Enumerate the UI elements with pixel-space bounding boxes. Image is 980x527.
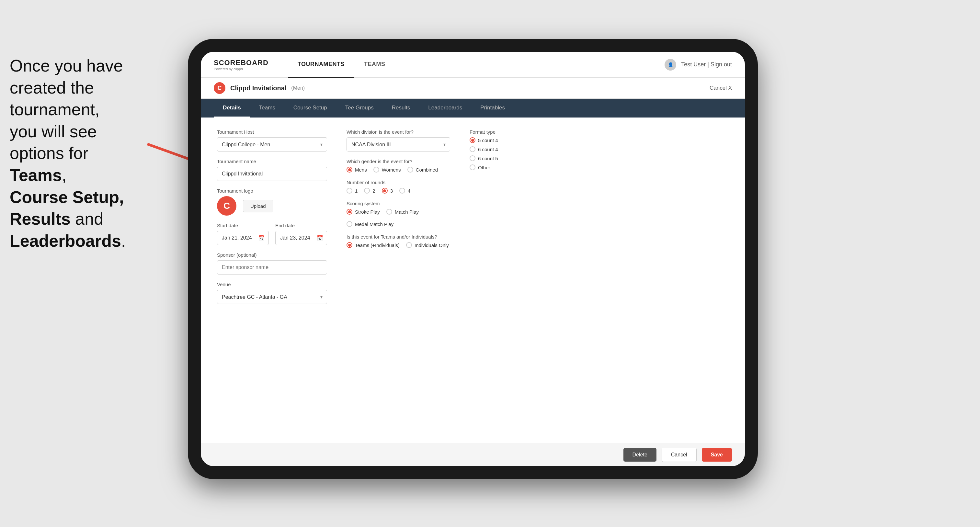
end-date-label: End date: [275, 223, 327, 228]
format-6count5-radio[interactable]: [469, 156, 476, 161]
rounds-options: 1 2 3 4: [347, 188, 450, 194]
scoring-medal-radio[interactable]: [347, 221, 352, 227]
instruction-bold2: Course Setup,: [10, 188, 124, 206]
tab-printables[interactable]: Printables: [471, 99, 514, 117]
instruction-line1: Once you have: [10, 56, 123, 75]
tournament-header: C Clippd Invitational (Men) Cancel X: [201, 78, 745, 99]
format-type-label: Format type: [469, 129, 567, 135]
user-text[interactable]: Test User | Sign out: [681, 61, 732, 68]
tab-bar: Details Teams Course Setup Tee Groups Re…: [201, 99, 745, 117]
instruction-line5: options for: [10, 144, 88, 162]
instruction-line3: tournament,: [10, 100, 100, 119]
end-date-wrapper: [275, 231, 327, 245]
scoring-match-play[interactable]: Match Play: [387, 209, 419, 214]
format-5count4[interactable]: 5 count 4: [469, 137, 567, 143]
logo-text: SCOREBOARD: [214, 59, 269, 67]
rounds-label: Number of rounds: [347, 179, 450, 185]
sponsor-input[interactable]: [217, 260, 327, 275]
venue-select-wrapper: Peachtree GC - Atlanta - GA: [217, 290, 327, 304]
rounds-2-radio[interactable]: [364, 188, 370, 194]
tournament-logo-label: Tournament logo: [217, 188, 327, 194]
form-layout: Tournament Host Clippd College - Men Tou…: [217, 129, 729, 304]
tournament-tag: (Men): [291, 85, 305, 91]
gender-combined-radio[interactable]: [407, 167, 413, 173]
sponsor-group: Sponsor (optional): [217, 252, 327, 275]
venue-group: Venue Peachtree GC - Atlanta - GA: [217, 282, 327, 304]
instruction-line2: created the: [10, 78, 94, 97]
individuals-only-radio[interactable]: [406, 242, 412, 248]
user-area: 👤 Test User | Sign out: [665, 59, 732, 71]
tab-results[interactable]: Results: [383, 99, 419, 117]
tournament-logo-group: Tournament logo C Upload: [217, 188, 327, 216]
date-row: Start date End date: [217, 223, 327, 245]
rounds-1-radio[interactable]: [347, 188, 352, 194]
tournament-name-group: Tournament name: [217, 159, 327, 181]
start-date-group: Start date: [217, 223, 269, 245]
tab-leaderboards[interactable]: Leaderboards: [419, 99, 471, 117]
format-other[interactable]: Other: [469, 164, 567, 170]
gender-mens-radio[interactable]: [347, 167, 352, 173]
instruction-bold4: Leaderboards: [10, 232, 121, 250]
tablet-screen: SCOREBOARD Powered by clippd TOURNAMENTS…: [201, 52, 745, 466]
delete-button[interactable]: Delete: [624, 448, 657, 462]
venue-select[interactable]: Peachtree GC - Atlanta - GA: [217, 290, 327, 304]
nav-item-tournaments[interactable]: TOURNAMENTS: [288, 52, 354, 78]
format-type-group: Format type 5 count 4 6 count 4: [469, 129, 567, 170]
tournament-host-select[interactable]: Clippd College - Men: [217, 137, 327, 151]
gender-womens-radio[interactable]: [374, 167, 379, 173]
rounds-4[interactable]: 4: [399, 188, 410, 194]
format-other-radio[interactable]: [469, 164, 476, 170]
sponsor-label: Sponsor (optional): [217, 252, 327, 258]
scoring-label: Scoring system: [347, 201, 450, 206]
scoring-stroke-radio[interactable]: [347, 209, 352, 214]
gender-womens[interactable]: Womens: [374, 167, 401, 173]
scoring-stroke-play[interactable]: Stroke Play: [347, 209, 380, 214]
rounds-4-radio[interactable]: [399, 188, 405, 194]
gender-combined[interactable]: Combined: [407, 167, 438, 173]
gender-group: Which gender is the event for? Mens Wome…: [347, 159, 450, 173]
rounds-1[interactable]: 1: [347, 188, 358, 194]
rounds-2[interactable]: 2: [364, 188, 375, 194]
format-5count4-radio[interactable]: [469, 137, 476, 143]
scoring-group: Scoring system Stroke Play Match Play: [347, 201, 450, 227]
rounds-3[interactable]: 3: [382, 188, 393, 194]
instruction-text: Once you have created the tournament, yo…: [0, 49, 162, 258]
user-avatar: 👤: [665, 59, 676, 71]
rounds-3-radio[interactable]: [382, 188, 388, 194]
tournament-host-select-wrapper: Clippd College - Men: [217, 137, 327, 151]
cancel-button[interactable]: Cancel: [662, 448, 697, 462]
scoring-medal-match[interactable]: Medal Match Play: [347, 221, 393, 227]
division-select[interactable]: NCAA Division III: [347, 137, 450, 151]
instruction-line4: you will see: [10, 122, 97, 141]
save-button[interactable]: Save: [702, 448, 732, 462]
cancel-top-button[interactable]: Cancel X: [710, 85, 732, 91]
nav-item-teams[interactable]: TEAMS: [354, 52, 395, 78]
tournament-icon: C: [214, 82, 225, 94]
logo-area: SCOREBOARD Powered by clippd: [214, 59, 269, 71]
format-6count4[interactable]: 6 count 4: [469, 146, 567, 152]
division-group: Which division is the event for? NCAA Di…: [347, 129, 450, 151]
teams-individuals-label: Is this event for Teams and/or Individua…: [347, 234, 450, 240]
upload-logo-button[interactable]: Upload: [243, 200, 273, 212]
format-6count5[interactable]: 6 count 5: [469, 156, 567, 161]
division-label: Which division is the event for?: [347, 129, 450, 135]
start-date-wrapper: [217, 231, 269, 245]
teams-plus-radio[interactable]: [347, 242, 352, 248]
scoring-match-radio[interactable]: [387, 209, 392, 214]
tab-teams[interactable]: Teams: [250, 99, 284, 117]
format-6count4-radio[interactable]: [469, 146, 476, 152]
teams-plus-individuals[interactable]: Teams (+Individuals): [347, 242, 399, 248]
tab-details[interactable]: Details: [214, 99, 250, 117]
tournament-name-input[interactable]: [217, 167, 327, 181]
tab-tee-groups[interactable]: Tee Groups: [336, 99, 383, 117]
gender-mens[interactable]: Mens: [347, 167, 367, 173]
tab-course-setup[interactable]: Course Setup: [284, 99, 336, 117]
start-date-input[interactable]: [217, 231, 269, 245]
gender-label: Which gender is the event for?: [347, 159, 450, 164]
form-middle-section: Which division is the event for? NCAA Di…: [347, 129, 450, 304]
individuals-only[interactable]: Individuals Only: [406, 242, 449, 248]
end-date-input[interactable]: [275, 231, 327, 245]
teams-options: Teams (+Individuals) Individuals Only: [347, 242, 450, 248]
top-navigation: SCOREBOARD Powered by clippd TOURNAMENTS…: [201, 52, 745, 78]
tournament-title-area: C Clippd Invitational (Men): [214, 82, 305, 94]
